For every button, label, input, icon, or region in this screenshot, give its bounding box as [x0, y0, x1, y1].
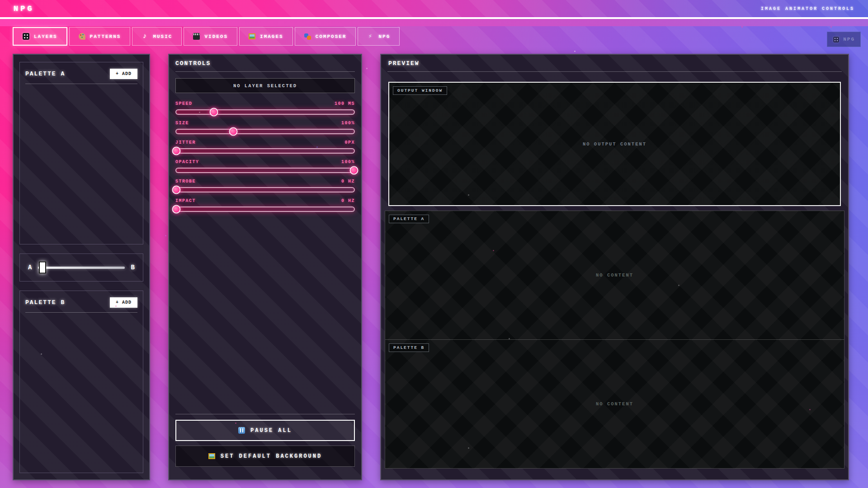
controls-divider — [175, 71, 355, 72]
slider-track[interactable] — [175, 168, 355, 173]
slider-label: SIZE — [175, 121, 189, 126]
header-title: IMAGE ANIMATOR CONTROLS — [761, 6, 854, 11]
clapper-icon — [193, 33, 200, 40]
palette-b-title: PALETTE B — [25, 299, 65, 306]
pause-icon — [238, 427, 245, 434]
buttons-divider — [175, 414, 355, 414]
bolt-icon — [367, 33, 374, 40]
tab-music[interactable]: MUSIC — [132, 27, 182, 46]
slider-value: 0PX — [344, 140, 355, 145]
section-divider — [25, 84, 137, 84]
palette-a-list[interactable] — [24, 88, 138, 239]
tab-images[interactable]: IMAGES — [239, 27, 293, 46]
slider-track[interactable] — [175, 109, 355, 115]
controls-title: CONTROLS — [175, 60, 355, 67]
slider-speed: SPEED 100 MS — [175, 101, 355, 115]
framed-picture-icon — [208, 453, 215, 459]
slider-size: SIZE 100% — [175, 121, 355, 134]
palette-b-list[interactable] — [24, 316, 138, 467]
slider-strobe: STROBE 0 HZ — [175, 179, 355, 192]
slider-label: IMPACT — [175, 198, 196, 203]
slider-track[interactable] — [175, 206, 355, 212]
frame-icon — [249, 33, 255, 39]
preview-palette-b-empty-text: NO CONTENT — [596, 401, 633, 407]
app-root: NPG IMAGE ANIMATOR CONTROLS LAYERS PATTE… — [0, 0, 868, 488]
slider-head: STROBE 0 HZ — [175, 179, 355, 184]
no-layer-selected: NO LAYER SELECTED — [175, 78, 355, 93]
section-divider — [25, 312, 137, 313]
slider-head: IMPACT 0 HZ — [175, 198, 355, 203]
tab-npg[interactable]: NPG — [358, 27, 400, 46]
slider-thumb[interactable] — [172, 147, 181, 155]
npg-overlay-label: NPG — [843, 37, 855, 42]
slider-thumb[interactable] — [172, 186, 181, 194]
slider-value: 0 HZ — [341, 198, 355, 203]
slider-label: STROBE — [175, 179, 196, 184]
preview-panel: PREVIEW OUTPUT WINDOW NO OUTPUT CONTENT … — [380, 54, 849, 480]
crossfade-control: A B — [19, 253, 143, 282]
slider-value: 0 HZ — [341, 179, 355, 184]
tab-label: VIDEOS — [204, 34, 228, 39]
tab-videos[interactable]: VIDEOS — [184, 27, 237, 46]
set-default-background-button[interactable]: SET DEFAULT BACKGROUND — [175, 446, 355, 467]
slider-impact: IMPACT 0 HZ — [175, 198, 355, 212]
slider-label: OPACITY — [175, 160, 199, 164]
palette-a-section: PALETTE A + ADD — [19, 62, 143, 244]
palette-a-title: PALETTE A — [25, 70, 65, 77]
preview-palette-a-tag: PALETTE A — [389, 215, 429, 223]
controls-panel: CONTROLS NO LAYER SELECTED SPEED 100 MS … — [168, 54, 362, 480]
tab-patterns[interactable]: PATTERNS — [69, 27, 131, 46]
preview-palette-b-tag: PALETTE B — [389, 343, 429, 352]
tab-composer[interactable]: COMPOSER — [295, 27, 356, 46]
palette-b-add-button[interactable]: + ADD — [110, 297, 137, 308]
slider-thumb[interactable] — [350, 166, 359, 175]
preview-palette-b: PALETTE B NO CONTENT — [385, 339, 844, 469]
slider-head: JITTER 0PX — [175, 140, 355, 145]
preview-divider — [387, 71, 842, 72]
tab-layers[interactable]: LAYERS — [13, 27, 67, 46]
slider-head: OPACITY 100% — [175, 160, 355, 164]
slider-opacity: OPACITY 100% — [175, 160, 355, 173]
slider-thumb[interactable] — [209, 108, 218, 117]
main-content: PALETTE A + ADD A B PALETTE B + ADD — [13, 54, 849, 480]
crossfade-thumb[interactable] — [39, 262, 46, 274]
spacer — [175, 218, 355, 409]
slider-thumb[interactable] — [229, 127, 237, 136]
tab-label: COMPOSER — [316, 34, 347, 39]
masks-icon — [304, 33, 311, 40]
slider-group: SPEED 100 MS SIZE 100% JITTER 0PX OPACIT… — [175, 101, 355, 218]
output-window-tag: OUTPUT WINDOW — [393, 86, 447, 95]
slider-value: 100% — [341, 160, 355, 164]
crossfade-track[interactable] — [38, 267, 124, 269]
slider-track[interactable] — [175, 187, 355, 192]
slider-label: SPEED — [175, 101, 193, 106]
slider-thumb[interactable] — [172, 205, 181, 214]
crossfade-label-a: A — [28, 264, 32, 271]
slider-jitter: JITTER 0PX — [175, 140, 355, 154]
preview-stack: OUTPUT WINDOW NO OUTPUT CONTENT PALETTE … — [385, 82, 844, 469]
tab-bar: LAYERS PATTERNS MUSIC VIDEOS IMAGES COMP… — [0, 26, 868, 46]
preview-palette-a-empty-text: NO CONTENT — [596, 272, 633, 278]
pause-all-label: PAUSE ALL — [250, 427, 292, 434]
tab-label: MUSIC — [153, 34, 172, 39]
accent-bar — [0, 19, 868, 26]
knobs-icon — [23, 33, 29, 40]
set-default-background-label: SET DEFAULT BACKGROUND — [221, 453, 322, 460]
slider-track[interactable] — [175, 148, 355, 154]
slider-head: SPEED 100 MS — [175, 101, 355, 106]
palette-b-section: PALETTE B + ADD — [19, 291, 143, 473]
tab-label: NPG — [378, 34, 390, 39]
npg-overlay-button[interactable]: NPG — [827, 32, 861, 47]
app-logo: NPG — [14, 5, 34, 13]
output-window-empty-text: NO OUTPUT CONTENT — [583, 141, 646, 147]
slider-head: SIZE 100% — [175, 121, 355, 126]
pause-all-button[interactable]: PAUSE ALL — [175, 420, 355, 441]
tab-label: PATTERNS — [90, 34, 121, 39]
slider-label: JITTER — [175, 140, 196, 145]
slider-track[interactable] — [175, 129, 355, 134]
palette-icon — [79, 33, 85, 40]
palette-a-add-button[interactable]: + ADD — [110, 69, 137, 79]
preview-palette-a: PALETTE A NO CONTENT — [385, 211, 844, 340]
app-header: NPG IMAGE ANIMATOR CONTROLS — [0, 0, 868, 19]
tab-label: LAYERS — [34, 34, 57, 39]
